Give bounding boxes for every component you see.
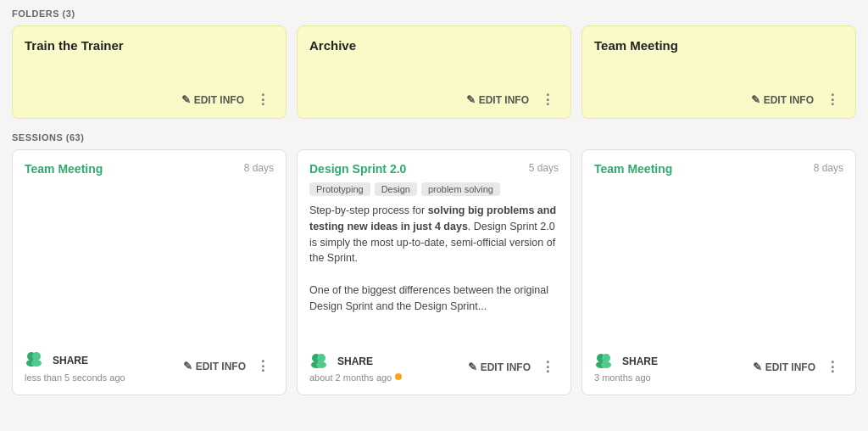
share-label-3[interactable]: SHARE [622, 355, 658, 367]
folder-title-1: Train the Trainer [25, 38, 274, 53]
folder-edit-button-3[interactable]: ✎ EDIT INFO [748, 92, 817, 108]
session-desc-3 [594, 182, 843, 344]
share-svg-3 [594, 351, 618, 368]
session-full-footer-2: SHARE about 2 months ago ✎ EDIT INFO ⋮ [309, 351, 559, 383]
sessions-grid: Team Meeting 8 days [12, 149, 856, 395]
session-title-2: Design Sprint 2.0 [309, 162, 406, 176]
folder-title-2: Archive [309, 38, 559, 53]
session-more-button-2[interactable]: ⋮ [537, 357, 559, 377]
folder-more-button-1[interactable]: ⋮ [253, 90, 274, 109]
footer-actions-2: ✎ EDIT INFO ⋮ [465, 357, 559, 377]
folder-footer-1: ✎ EDIT INFO ⋮ [25, 90, 274, 109]
svg-point-1 [32, 352, 41, 361]
session-desc-1 [25, 182, 274, 343]
folder-footer-3: ✎ EDIT INFO ⋮ [594, 90, 843, 109]
footer-actions-3: ✎ EDIT INFO ⋮ [749, 357, 843, 377]
folder-more-button-3[interactable]: ⋮ [822, 90, 843, 109]
timestamp-2: about 2 months ago [309, 372, 392, 383]
session-full-footer-3: SHARE 3 months ago ✎ EDIT INFO ⋮ [594, 351, 843, 383]
folder-edit-button-2[interactable]: ✎ EDIT INFO [463, 92, 532, 108]
session-bottom-1: SHARE less than 5 seconds ago ✎ EDIT INF… [25, 343, 274, 383]
share-block-2: SHARE about 2 months ago [309, 351, 403, 383]
folders-section: FOLDERS (3) Train the Trainer ✎ EDIT INF… [12, 8, 856, 119]
session-edit-button-1[interactable]: ✎ EDIT INFO [180, 358, 249, 374]
folder-title-3: Team Meeting [594, 38, 843, 53]
tag-prototyping: Prototyping [309, 182, 370, 196]
folder-card-3: Team Meeting ✎ EDIT INFO ⋮ [581, 25, 856, 119]
session-more-button-3[interactable]: ⋮ [822, 357, 843, 377]
status-dot-2 [395, 373, 402, 380]
session-edit-icon-2: ✎ [468, 361, 477, 373]
folder-edit-button-1[interactable]: ✎ EDIT INFO [178, 92, 248, 108]
share-people-icon-2 [309, 351, 333, 371]
edit-icon-3: ✎ [751, 93, 760, 106]
session-card-3: Team Meeting 8 days [581, 149, 856, 395]
folder-footer-2: ✎ EDIT INFO ⋮ [309, 90, 559, 109]
session-more-button-1[interactable]: ⋮ [253, 356, 274, 376]
sessions-header: SESSIONS (63) [12, 132, 856, 143]
share-label-1[interactable]: SHARE [53, 355, 88, 367]
session-edit-button-2[interactable]: ✎ EDIT INFO [465, 359, 534, 375]
svg-point-11 [601, 361, 611, 368]
share-group-1: SHARE [25, 350, 125, 371]
edit-icon-1: ✎ [181, 93, 191, 106]
share-people-icon-1 [25, 350, 48, 371]
timestamp-3: 3 months ago [594, 372, 658, 383]
share-group-3: SHARE [594, 351, 658, 371]
session-tags-2: Prototyping Design problem solving [309, 182, 559, 196]
folder-more-button-2[interactable]: ⋮ [537, 90, 559, 109]
session-bottom-2: SHARE about 2 months ago ✎ EDIT INFO ⋮ [309, 344, 559, 383]
session-desc-2: Step-by-step process for solving big pro… [309, 203, 559, 344]
session-full-footer-1: SHARE less than 5 seconds ago ✎ EDIT INF… [25, 350, 274, 383]
svg-point-3 [31, 360, 42, 367]
session-card-2: Design Sprint 2.0 5 days Prototyping Des… [297, 149, 571, 395]
svg-point-5 [317, 354, 326, 362]
share-label-2[interactable]: SHARE [337, 355, 373, 367]
session-header-2: Design Sprint 2.0 5 days [309, 162, 559, 176]
session-edit-icon-3: ✎ [753, 361, 762, 373]
session-days-1: 8 days [244, 162, 274, 174]
tag-problem-solving: problem solving [421, 182, 500, 196]
session-edit-button-3[interactable]: ✎ EDIT INFO [749, 359, 819, 375]
share-people-icon-3 [594, 351, 618, 371]
share-block-1: SHARE less than 5 seconds ago [25, 350, 125, 383]
share-block-3: SHARE 3 months ago [594, 351, 658, 383]
svg-point-9 [602, 354, 610, 362]
svg-point-7 [316, 361, 326, 368]
session-header-3: Team Meeting 8 days [594, 162, 843, 176]
edit-icon-2: ✎ [466, 93, 476, 106]
session-card-1: Team Meeting 8 days [12, 149, 287, 395]
timestamp-1: less than 5 seconds ago [25, 372, 125, 383]
session-days-3: 8 days [814, 162, 843, 174]
session-days-2: 5 days [529, 162, 559, 174]
share-group-2: SHARE [309, 351, 403, 371]
share-svg-2 [309, 351, 333, 368]
session-header-1: Team Meeting 8 days [25, 162, 274, 176]
sessions-section: SESSIONS (63) Team Meeting 8 days [12, 132, 856, 395]
session-title-1: Team Meeting [25, 162, 103, 176]
session-title-3: Team Meeting [594, 162, 672, 176]
footer-actions-1: ✎ EDIT INFO ⋮ [180, 356, 274, 376]
share-svg-1 [25, 350, 48, 367]
folder-card-2: Archive ✎ EDIT INFO ⋮ [297, 25, 571, 119]
folders-grid: Train the Trainer ✎ EDIT INFO ⋮ Archive … [12, 25, 856, 119]
session-bottom-3: SHARE 3 months ago ✎ EDIT INFO ⋮ [594, 344, 843, 383]
folders-header: FOLDERS (3) [12, 8, 856, 19]
folder-card-1: Train the Trainer ✎ EDIT INFO ⋮ [12, 25, 287, 119]
tag-design: Design [375, 182, 417, 196]
session-edit-icon-1: ✎ [183, 360, 192, 372]
